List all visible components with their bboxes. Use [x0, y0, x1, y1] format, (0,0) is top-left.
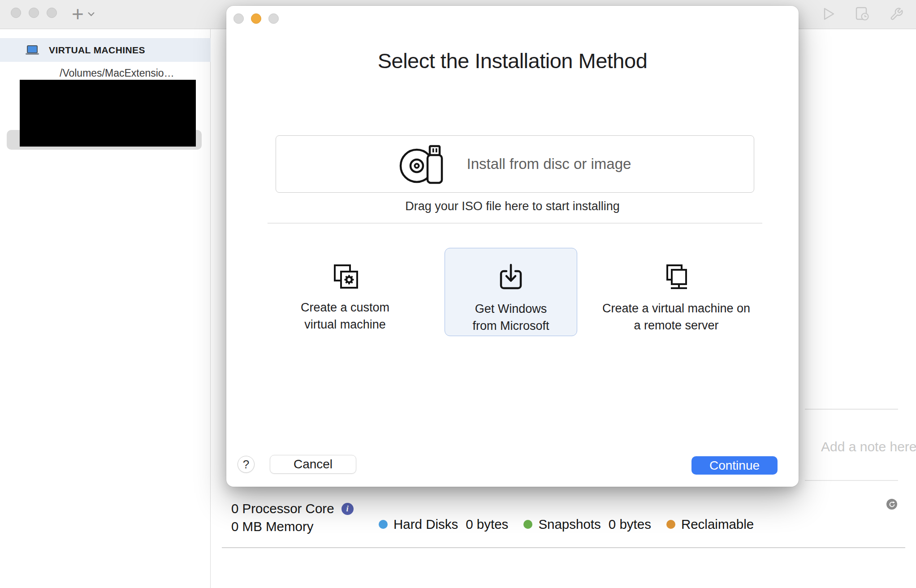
info-icon[interactable]: i [341, 503, 354, 515]
start-vm-button[interactable] [823, 7, 835, 22]
install-method-dialog: Select the Installation Method Install f… [226, 6, 799, 487]
reclaimable-dot-icon [666, 520, 675, 529]
remote-server-icon [661, 264, 691, 290]
snapshots-button[interactable] [855, 6, 870, 23]
drag-iso-hint: Drag your ISO file here to start install… [226, 199, 799, 213]
cancel-button[interactable]: Cancel [270, 455, 356, 474]
card-label: Create a virtual machine on a remote ser… [602, 300, 750, 334]
dialog-close-button[interactable] [233, 13, 244, 24]
note-input[interactable]: Add a note here [821, 439, 916, 454]
minimize-button[interactable] [29, 8, 39, 18]
help-button[interactable]: ? [238, 456, 255, 473]
snapshots-dot-icon [523, 520, 532, 529]
legend-value: 0 bytes [466, 517, 508, 532]
card-label: Get Windows from Microsoft [472, 300, 549, 335]
dialog-divider [268, 223, 762, 224]
dialog-window-controls [233, 13, 279, 24]
card-label: Create a custom virtual machine [301, 299, 389, 333]
disk-usage-legend: Hard Disks 0 bytes Snapshots 0 bytes Rec… [379, 517, 754, 532]
vmware-fusion-window: + [0, 0, 916, 588]
vm-thumbnail[interactable] [20, 80, 196, 147]
dialog-minimize-button[interactable] [251, 13, 261, 24]
download-icon [497, 263, 525, 291]
legend-snapshots: Snapshots 0 bytes [523, 517, 651, 532]
install-from-disc-label: Install from disc or image [467, 156, 631, 173]
install-from-disc-dropzone[interactable]: Install from disc or image [276, 135, 754, 193]
card-get-windows[interactable]: Get Windows from Microsoft [445, 248, 577, 336]
custom-vm-icon [331, 264, 359, 290]
note-divider-top [805, 409, 898, 410]
processor-summary: 0 Processor Core i [231, 501, 354, 516]
refresh-button[interactable] [886, 499, 897, 510]
card-remote-server-vm[interactable]: Create a virtual machine on a remote ser… [582, 250, 770, 340]
legend-label: Reclaimable [681, 517, 754, 532]
sidebar-section-virtual-machines[interactable]: VIRTUAL MACHINES [0, 38, 211, 62]
window-controls [11, 8, 57, 18]
plus-icon: + [72, 1, 84, 27]
disc-usb-icon [399, 143, 449, 186]
zoom-button[interactable] [47, 8, 57, 18]
legend-value: 0 bytes [609, 517, 651, 532]
memory-label: 0 MB Memory [231, 519, 314, 534]
status-divider [222, 547, 905, 548]
chevron-down-icon [87, 12, 95, 17]
snapshots-icon [855, 6, 870, 22]
settings-button[interactable] [890, 7, 903, 22]
vm-path-label: /Volumes/MacExtensio… [60, 67, 174, 79]
sidebar-header-label: VIRTUAL MACHINES [49, 45, 145, 56]
continue-button[interactable]: Continue [691, 456, 778, 475]
legend-hard-disks: Hard Disks 0 bytes [379, 517, 508, 532]
legend-label: Snapshots [538, 517, 601, 532]
processor-label: 0 Processor Core [231, 501, 334, 516]
wrench-icon [890, 7, 903, 21]
sidebar: VIRTUAL MACHINES /Volumes/MacExtensio… [0, 29, 211, 588]
dialog-title: Select the Installation Method [226, 48, 799, 73]
dialog-zoom-button[interactable] [268, 13, 279, 24]
refresh-icon [889, 501, 895, 508]
toolbar-actions [823, 6, 903, 23]
play-icon [823, 7, 835, 21]
note-divider-bottom [805, 480, 898, 481]
legend-reclaimable: Reclaimable [666, 517, 754, 532]
hard-disks-dot-icon [379, 520, 388, 529]
close-button[interactable] [11, 8, 21, 18]
legend-label: Hard Disks [393, 517, 458, 532]
card-create-custom-vm[interactable]: Create a custom virtual machine [269, 250, 421, 340]
laptop-icon [26, 45, 39, 55]
add-vm-button[interactable]: + [72, 1, 95, 27]
